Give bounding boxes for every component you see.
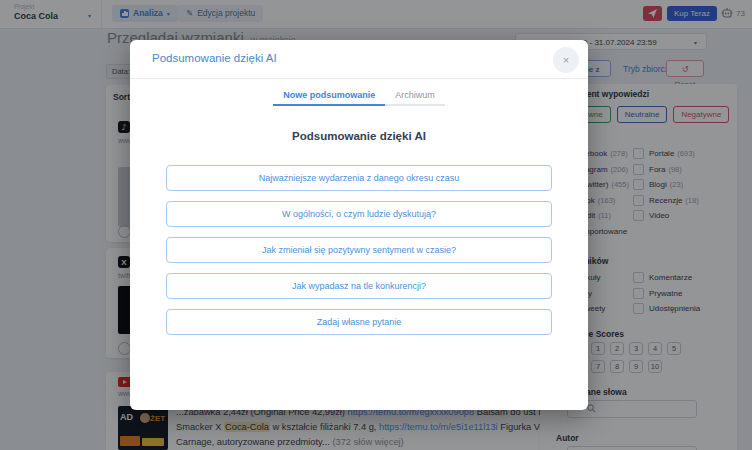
modal-title: Podsumowanie dzięki AI	[152, 52, 277, 64]
ai-summary-modal: Podsumowanie dzięki AI × Nowe podsumowan…	[130, 40, 588, 410]
ai-question-button[interactable]: Najważniejsze wydarzenia z danego okresu…	[166, 165, 552, 191]
modal-tabs: Nowe podsumowanieArchiwum	[130, 88, 588, 106]
tab-new-summary[interactable]: Nowe podsumowanie	[273, 88, 385, 106]
close-icon[interactable]: ×	[553, 47, 579, 73]
ai-question-list: Najważniejsze wydarzenia z danego okresu…	[166, 165, 552, 335]
ai-question-button[interactable]: Jak zmieniał się pozytywny sentyment w c…	[166, 237, 552, 263]
ai-question-button[interactable]: Zadaj własne pytanie	[166, 309, 552, 335]
tab-archive[interactable]: Archiwum	[385, 88, 445, 106]
divider	[130, 78, 588, 79]
ai-question-button[interactable]: Jak wypadasz na tle konkurencji?	[166, 273, 552, 299]
modal-heading: Podsumowanie dzięki AI	[130, 130, 588, 142]
ai-question-button[interactable]: W ogólności, o czym ludzie dyskutują?	[166, 201, 552, 227]
